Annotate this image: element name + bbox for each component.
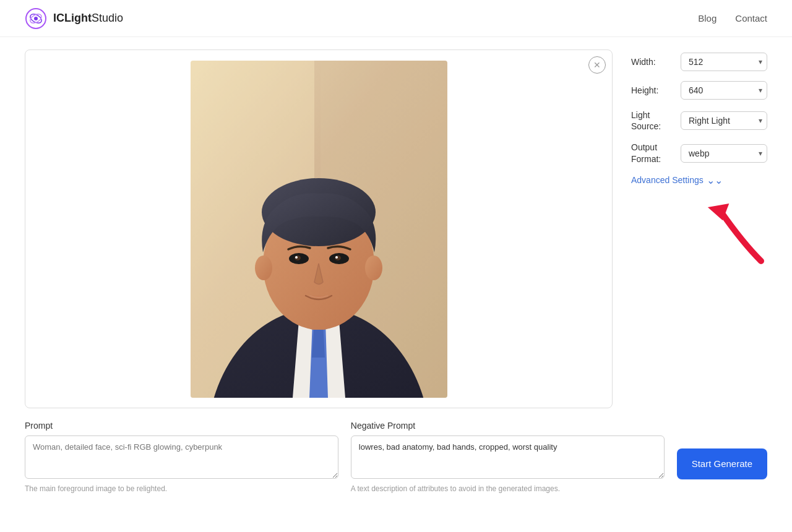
negative-prompt-hint: A text description of attributes to avoi… [351,484,665,493]
settings-panel: Width: 256 512 768 1024 ▾ Height: 256 51… [631,49,767,186]
negative-prompt-label: Negative Prompt [351,421,665,431]
height-label: Height: [631,85,674,96]
width-select[interactable]: 256 512 768 1024 [681,53,767,71]
main-content: ✕ [0,37,792,421]
height-select-wrapper: 256 512 640 768 1024 ▾ [681,81,767,100]
output-format-select[interactable]: webp png jpg [681,144,767,163]
width-select-wrapper: 256 512 768 1024 ▾ [681,53,767,71]
start-generate-button[interactable]: Start Generate [677,448,767,479]
prompt-label: Prompt [25,421,338,431]
close-button[interactable]: ✕ [588,56,606,74]
prompt-group: Prompt The main foreground image to be r… [25,421,338,493]
arrow-annotation [699,193,773,276]
negative-prompt-group: Negative Prompt lowres, bad anatomy, bad… [351,421,665,493]
header: ICLightStudio Blog Contact [0,0,792,37]
prompt-textarea[interactable] [25,435,338,479]
svg-point-18 [295,256,298,259]
prompt-hint: The main foreground image to be relighte… [25,484,338,493]
svg-marker-22 [708,204,732,223]
height-setting: Height: 256 512 640 768 1024 ▾ [631,81,767,100]
logo-icon [25,7,47,30]
negative-prompt-textarea[interactable]: lowres, bad anatomy, bad hands, cropped,… [351,435,665,479]
logo: ICLightStudio [25,7,123,30]
output-format-select-wrapper: webp png jpg ▾ [681,144,767,163]
height-select[interactable]: 256 512 640 768 1024 [681,81,767,100]
advanced-settings-label: Advanced Settings [631,175,704,185]
light-source-select[interactable]: Left Light Right Light Top Light Bottom … [681,111,767,130]
light-source-select-wrapper: Left Light Right Light Top Light Bottom … [681,111,767,130]
prompts-row: Prompt The main foreground image to be r… [25,421,767,493]
output-format-label: Output Format: [631,142,674,164]
svg-point-21 [365,255,382,280]
light-source-setting: Light Source: Left Light Right Light Top… [631,109,767,132]
advanced-settings-chevron-icon: ⌄⌄ [707,174,723,186]
nav-blog[interactable]: Blog [698,13,717,24]
output-format-setting: Output Format: webp png jpg ▾ [631,142,767,164]
svg-point-3 [34,17,38,20]
svg-point-19 [335,256,338,259]
nav-contact[interactable]: Contact [735,13,767,24]
svg-point-20 [255,255,272,280]
nav: Blog Contact [698,13,767,24]
portrait-image [191,61,447,398]
light-source-label: Light Source: [631,109,674,132]
advanced-settings-container: Advanced Settings ⌄⌄ [631,174,767,186]
image-area: ✕ [25,49,613,408]
logo-text: ICLightStudio [53,12,123,25]
advanced-settings-link[interactable]: Advanced Settings ⌄⌄ [631,174,767,186]
width-setting: Width: 256 512 768 1024 ▾ [631,53,767,71]
width-label: Width: [631,56,674,67]
bottom-section: Prompt The main foreground image to be r… [0,421,792,517]
